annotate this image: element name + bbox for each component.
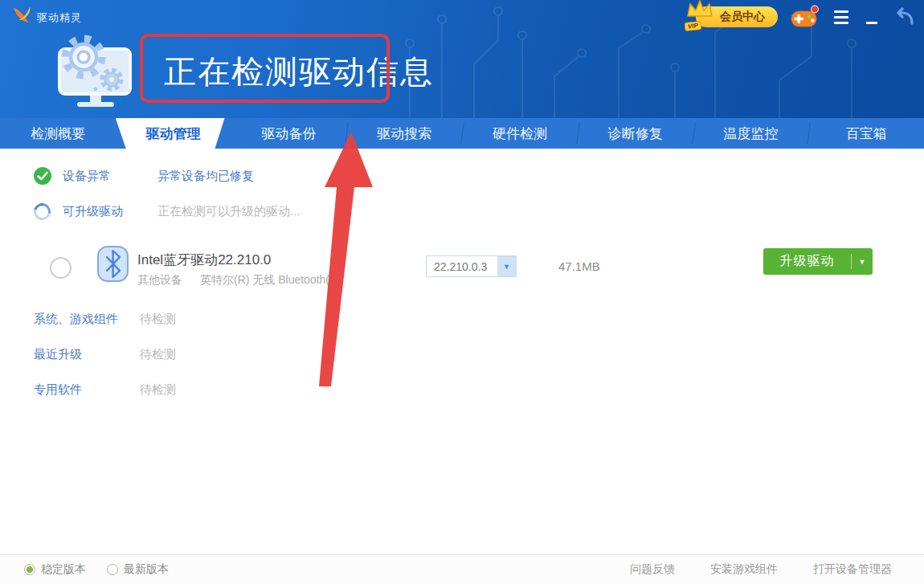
minimize-icon xyxy=(866,22,877,24)
install-game-components-link[interactable]: 安装游戏组件 xyxy=(710,562,778,577)
undo-annotation-button[interactable] xyxy=(893,6,916,27)
tab-driver-search[interactable]: 驱动搜索 xyxy=(346,118,462,149)
status-label[interactable]: 可升级驱动 xyxy=(63,204,157,219)
category-label[interactable]: 最近升级 xyxy=(34,347,140,362)
status-label[interactable]: 设备异常 xyxy=(63,169,157,184)
chevron-down-icon[interactable]: ▼ xyxy=(852,258,873,266)
game-center-button[interactable] xyxy=(791,5,820,29)
footer: 稳定版本 最新版本 问题反馈 安装游戏组件 打开设备管理器 xyxy=(0,554,924,584)
category-row-system-game: 系统、游戏组件 待检测 xyxy=(34,312,176,327)
green-check-icon xyxy=(34,167,51,185)
status-value: 正在检测可以升级的驱动... xyxy=(157,204,301,219)
radio-stable-version[interactable]: 稳定版本 xyxy=(24,562,86,577)
version-channel-radios: 稳定版本 最新版本 xyxy=(24,562,169,577)
app-name: 驱动精灵 xyxy=(37,10,82,25)
crown-icon xyxy=(685,0,713,22)
titlebar: 驱动精灵 VIP 会员中心 xyxy=(0,0,924,32)
tab-hardware-detection[interactable]: 硬件检测 xyxy=(462,118,578,149)
radio-selected-icon xyxy=(24,564,35,575)
radio-latest-label: 最新版本 xyxy=(124,562,169,577)
footer-links: 问题反馈 安装游戏组件 打开设备管理器 xyxy=(630,562,892,577)
upgrade-driver-label: 升级驱动 xyxy=(763,253,851,270)
gamepad-icon xyxy=(791,5,820,29)
status-row-device-abnormal: 设备异常 异常设备均已修复 xyxy=(34,167,254,185)
driver-title: Intel蓝牙驱动22.210.0 xyxy=(137,251,271,269)
driver-device-name: 英特尔(R) 无线 Bluetooth(R) xyxy=(200,273,341,288)
undo-arrow-icon xyxy=(893,6,916,27)
main-menu-button[interactable] xyxy=(832,6,850,27)
content-area: 设备异常 异常设备均已修复 可升级驱动 正在检测可以升级的驱动... Intel… xyxy=(0,149,924,554)
radio-stable-label: 稳定版本 xyxy=(41,562,86,577)
category-label[interactable]: 专用软件 xyxy=(34,382,140,398)
category-status: 待检测 xyxy=(140,347,176,362)
detection-status-title: 正在检测驱动信息 xyxy=(164,50,434,94)
vip-label: 会员中心 xyxy=(720,10,765,24)
category-label[interactable]: 系统、游戏组件 xyxy=(34,312,140,327)
category-row-special-software: 专用软件 待检测 xyxy=(34,382,176,398)
vip-badge: VIP xyxy=(684,21,701,31)
category-status: 待检测 xyxy=(140,382,176,398)
minimize-button[interactable] xyxy=(863,6,881,27)
chevron-down-icon[interactable]: ▼ xyxy=(497,256,516,276)
status-value: 异常设备均已修复 xyxy=(157,169,254,184)
tab-toolbox[interactable]: 百宝箱 xyxy=(808,118,924,149)
tab-temperature-monitor[interactable]: 温度监控 xyxy=(693,118,809,149)
vip-member-center-button[interactable]: VIP 会员中心 xyxy=(696,6,778,27)
bluetooth-icon xyxy=(96,245,129,283)
tabbar: 检测概要 驱动管理 驱动备份 驱动搜索 硬件检测 诊断修复 温度监控 百宝箱 xyxy=(0,118,924,149)
open-device-manager-link[interactable]: 打开设备管理器 xyxy=(813,562,892,577)
status-row-upgradable-drivers: 可升级驱动 正在检测可以升级的驱动... xyxy=(34,203,301,220)
menu-icon xyxy=(834,10,848,13)
monitor-gears-icon xyxy=(48,29,138,111)
driver-size: 47.1MB xyxy=(558,259,600,273)
app-logo-icon xyxy=(11,6,32,27)
radio-latest-version[interactable]: 最新版本 xyxy=(107,562,169,577)
driver-category: 其他设备 xyxy=(137,273,182,288)
category-status: 待检测 xyxy=(140,312,176,327)
tab-driver-backup[interactable]: 驱动备份 xyxy=(231,118,347,149)
header: 驱动精灵 VIP 会员中心 xyxy=(0,0,924,118)
driver-subtitle: 其他设备 英特尔(R) 无线 Bluetooth(R) xyxy=(137,273,341,288)
driver-select-checkbox[interactable] xyxy=(50,257,72,279)
version-value: 22.210.0.3 xyxy=(427,260,497,273)
version-select[interactable]: 22.210.0.3 ▼ xyxy=(426,255,517,277)
radio-unselected-icon xyxy=(107,564,118,575)
tab-detection-summary[interactable]: 检测概要 xyxy=(0,118,116,149)
upgrade-driver-button[interactable]: 升级驱动 ▼ xyxy=(763,248,873,275)
category-row-recent-upgrade: 最近升级 待检测 xyxy=(34,347,176,362)
tab-driver-management[interactable]: 驱动管理 xyxy=(116,118,231,149)
loading-spinner xyxy=(31,200,54,223)
tab-diagnose-repair[interactable]: 诊断修复 xyxy=(578,118,693,149)
feedback-link[interactable]: 问题反馈 xyxy=(630,562,675,577)
